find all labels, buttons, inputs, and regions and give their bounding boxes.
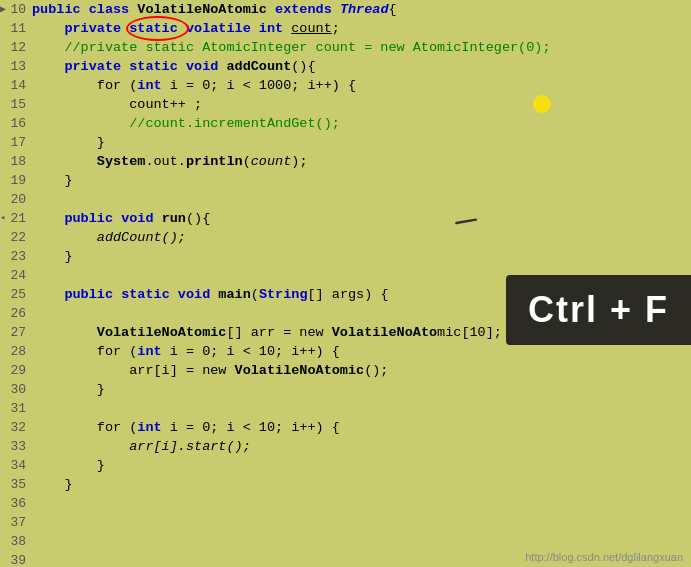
- type-keyword: int: [259, 21, 291, 36]
- line-number: 24: [0, 266, 32, 285]
- line-content: for (int i = 0; i < 10; i++) {: [32, 418, 691, 437]
- keyword-italic: Thread: [340, 2, 389, 17]
- line-content: arr[i].start();: [32, 437, 691, 456]
- line-number: 12: [0, 38, 32, 57]
- code-line: 20: [0, 190, 691, 209]
- line-content: System.out.println(count);: [32, 152, 691, 171]
- line-marker: ◂: [0, 209, 5, 228]
- line-number: 23: [0, 247, 32, 266]
- line-content: //count.incrementAndGet();: [32, 114, 691, 133]
- line-content: }: [32, 456, 691, 475]
- code-text: for (: [32, 344, 137, 359]
- line-content: [32, 399, 691, 418]
- code-text: }: [32, 458, 105, 473]
- yellow-dot: [533, 95, 551, 113]
- code-text: i = 0; i < 10; i++) {: [170, 420, 340, 435]
- code-line: 31: [0, 399, 691, 418]
- keyword: static: [121, 287, 178, 302]
- line-number: 18: [0, 152, 32, 171]
- keyword: extends: [275, 2, 340, 17]
- code-text: i = 0; i < 1000; i++) {: [170, 78, 356, 93]
- code-line: ▶10public class VolatileNoAtomic extends…: [0, 0, 691, 19]
- line-content: }: [32, 247, 691, 266]
- code-text: ();: [364, 363, 388, 378]
- code-line: ◂21 public void run(){: [0, 209, 691, 228]
- line-number: 31: [0, 399, 32, 418]
- code-line: 32 for (int i = 0; i < 10; i++) {: [0, 418, 691, 437]
- code-line: 17 }: [0, 133, 691, 152]
- line-content: arr[i] = new VolatileNoAtomic();: [32, 361, 691, 380]
- keyword: int: [137, 344, 169, 359]
- code-text: [32, 287, 64, 302]
- code-line: 38: [0, 532, 691, 551]
- code-text: }: [32, 135, 105, 150]
- keyword: void: [178, 287, 219, 302]
- code-line: 37: [0, 513, 691, 532]
- code-text: (: [251, 287, 259, 302]
- code-line: 34 }: [0, 456, 691, 475]
- line-number: 37: [0, 513, 32, 532]
- keyword: static: [129, 59, 186, 74]
- keyword: String: [259, 287, 308, 302]
- keyword: void: [121, 211, 162, 226]
- code-text: );: [291, 154, 307, 169]
- code-text: (){: [291, 59, 315, 74]
- italic-text: addCount();: [32, 230, 186, 245]
- code-text: [32, 325, 97, 340]
- method-name: run: [162, 211, 186, 226]
- line-content: }: [32, 133, 691, 152]
- line-number: 39: [0, 551, 32, 567]
- line-content: public class VolatileNoAtomic extends Th…: [32, 0, 691, 19]
- line-number: 20: [0, 190, 32, 209]
- keyword: public: [32, 2, 89, 17]
- code-text: ;: [332, 21, 340, 36]
- line-number: 13: [0, 57, 32, 76]
- code-line: 23 }: [0, 247, 691, 266]
- line-content: //private static AtomicInteger count = n…: [32, 38, 691, 57]
- code-area: ▶10public class VolatileNoAtomic extends…: [0, 0, 691, 567]
- line-number: 30: [0, 380, 32, 399]
- line-number: 26: [0, 304, 32, 323]
- italic-text: count: [251, 154, 292, 169]
- code-text: count++ ;: [32, 97, 202, 112]
- code-text: }: [32, 382, 105, 397]
- italic-text: arr[i].start();: [32, 439, 251, 454]
- code-line: 18 System.out.println(count);: [0, 152, 691, 171]
- line-content: [32, 532, 691, 551]
- code-text: arr[i] = new: [32, 363, 235, 378]
- code-text: (){: [186, 211, 210, 226]
- code-text: {: [388, 2, 396, 17]
- line-number: 27: [0, 323, 32, 342]
- line-indicator-arrow: ▶: [0, 0, 6, 19]
- code-text: mic[10];: [437, 325, 502, 340]
- keyword: public: [64, 287, 121, 302]
- count-var: count: [291, 21, 332, 36]
- code-line: 19 }: [0, 171, 691, 190]
- comment: //count.incrementAndGet();: [129, 116, 340, 131]
- line-content: private static volatile int count;: [32, 19, 691, 38]
- code-line: 33 arr[i].start();: [0, 437, 691, 456]
- code-line: 12 //private static AtomicInteger count …: [0, 38, 691, 57]
- code-line: 35 }: [0, 475, 691, 494]
- line-number: 34: [0, 456, 32, 475]
- line-content: count++ ;: [32, 95, 691, 114]
- class-name: VolatileNoAtomic: [137, 2, 275, 17]
- keyword: void: [186, 59, 227, 74]
- svg-line-0: [456, 212, 475, 231]
- line-number: 11: [0, 19, 32, 38]
- code-line: 15 count++ ;: [0, 95, 691, 114]
- line-number: 22: [0, 228, 32, 247]
- line-content: private static void addCount(){: [32, 57, 691, 76]
- line-number: 15: [0, 95, 32, 114]
- code-line: 16 //count.incrementAndGet();: [0, 114, 691, 133]
- code-text: for (: [32, 420, 137, 435]
- line-number: 19: [0, 171, 32, 190]
- line-number: 16: [0, 114, 32, 133]
- code-line: 14 for (int i = 0; i < 1000; i++) {: [0, 76, 691, 95]
- keyword: private: [32, 59, 129, 74]
- line-number: 36: [0, 494, 32, 513]
- bold-text: System: [97, 154, 146, 169]
- comment: //private static AtomicInteger count = n…: [32, 40, 550, 55]
- code-text: [] args) {: [307, 287, 388, 302]
- line-content: addCount();: [32, 228, 691, 247]
